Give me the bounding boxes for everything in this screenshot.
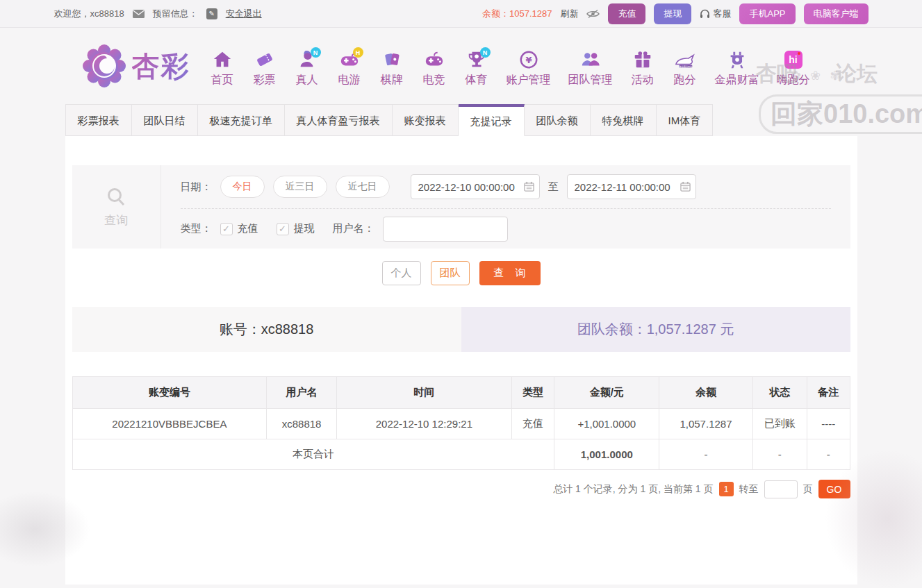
filter-side-label: 查询 [104, 212, 128, 228]
logo-text: 杏彩 [132, 47, 190, 85]
tab-team-balance[interactable]: 团队余额 [525, 104, 591, 136]
search-button[interactable]: 查 询 [479, 261, 541, 285]
type-label: 类型： [181, 222, 212, 235]
logout-link[interactable]: 安全退出 [226, 8, 262, 20]
pc-client-button[interactable]: 电脑客户端 [804, 3, 869, 24]
new-badge: N [311, 47, 321, 58]
account-number: 账号：xc88818 [72, 307, 461, 352]
main-nav: 首页 彩票 N 真人 H 电游 棋牌 电竞 [210, 44, 810, 87]
home-icon [211, 49, 234, 71]
footer-label: 本页合计 [72, 439, 554, 470]
cell-amount: +1,001.0000 [554, 409, 659, 439]
col-remark: 备注 [807, 377, 850, 409]
gift-icon [631, 49, 655, 71]
headset-icon [700, 9, 710, 19]
tab-team-daily[interactable]: 团队日结 [132, 104, 198, 136]
hi-paofen-icon: hi [782, 49, 805, 71]
col-username: 用户名 [267, 377, 337, 409]
golden-ding-icon [725, 49, 749, 71]
cell-balance: 1,057.1287 [659, 409, 752, 439]
records-table: 账变编号 用户名 时间 类型 金额/元 余额 状态 备注 20221210VBB… [72, 376, 850, 470]
mobile-app-button[interactable]: 手机APP [739, 3, 795, 24]
col-type: 类型 [511, 377, 554, 409]
new-badge: N [480, 47, 491, 58]
search-icon [105, 186, 127, 208]
report-tabbar: 彩票报表 团队日结 极速充提订单 真人体育盈亏报表 账变报表 充提记录 团队余额… [65, 104, 857, 136]
nav-item-home[interactable]: 首页 [210, 49, 235, 87]
deposit-button[interactable]: 充值 [608, 3, 645, 24]
nav-item-egames[interactable]: H 电游 [337, 49, 362, 87]
filter-block: 查询 日期： 今日 近三日 近七日 至 [72, 165, 850, 249]
withdraw-button[interactable]: 提现 [654, 3, 691, 24]
current-page-button[interactable]: 1 [719, 482, 734, 496]
preset-3days[interactable]: 近三日 [273, 176, 327, 198]
logo-emblem-icon [82, 44, 126, 88]
table-header-row: 账变编号 用户名 时间 类型 金额/元 余额 状态 备注 [72, 377, 850, 409]
nav-item-lottery[interactable]: 彩票 [252, 49, 277, 87]
deposit-checkbox[interactable]: ✓ 充值 [220, 222, 258, 235]
tab-tetu-chess[interactable]: 特兔棋牌 [591, 104, 657, 136]
nav-item-promo[interactable]: 活动 [630, 49, 655, 87]
col-change-id: 账变编号 [72, 377, 267, 409]
goto-label: 转至 [739, 483, 759, 496]
account-coin-icon: ¥ [517, 49, 541, 71]
refresh-button[interactable]: 刷新 [560, 8, 578, 20]
cell-time: 2022-12-10 12:29:21 [336, 409, 511, 439]
tab-express-orders[interactable]: 极速充提订单 [198, 104, 285, 136]
checkbox-check-icon: ✓ [277, 223, 289, 235]
footer-amount: 1,001.0000 [554, 439, 659, 470]
cell-remark: ---- [807, 409, 850, 439]
col-balance: 余额 [659, 377, 752, 409]
page-unit-label: 页 [803, 483, 813, 496]
username-input[interactable] [383, 217, 508, 242]
team-button[interactable]: 团队 [431, 261, 470, 285]
site-logo[interactable]: 杏彩 [82, 44, 190, 88]
site-header: 杏彩 首页 彩票 N 真人 H 电游 棋牌 [0, 28, 922, 104]
lottery-ticket-icon [253, 49, 277, 71]
personal-button[interactable]: 个人 [382, 261, 421, 285]
balance-text: 余额：1057.1287 [482, 8, 552, 20]
date-to-input[interactable] [567, 174, 696, 199]
tab-account-change[interactable]: 账变报表 [393, 104, 459, 136]
nav-item-team[interactable]: 团队管理 [568, 49, 613, 87]
hot-badge: H [353, 47, 363, 58]
customer-service-link[interactable]: 客服 [700, 8, 731, 20]
team-people-icon [579, 49, 602, 71]
nav-item-esports[interactable]: 电竞 [422, 49, 447, 87]
date-label: 日期： [181, 180, 212, 194]
nav-item-live[interactable]: N 真人 [295, 49, 320, 87]
go-button[interactable]: GO [818, 480, 850, 498]
col-status: 状态 [752, 377, 807, 409]
table-row: 20221210VBBBEJCBEA xc88818 2022-12-10 12… [72, 409, 850, 439]
calendar-icon[interactable] [524, 181, 534, 192]
tab-deposit-withdraw-records[interactable]: 充提记录 [459, 104, 525, 136]
topbar: 欢迎您，xc88818 预留信息： ✎ 安全退出 余额：1057.1287 刷新… [0, 0, 922, 28]
calendar-icon[interactable] [680, 181, 691, 192]
reserved-info-label: 预留信息： [153, 8, 198, 20]
team-balance: 团队余额：1,057.1287 元 [461, 307, 850, 352]
paofen-rhino-icon: 专业跑分平台 [673, 49, 697, 71]
nav-item-sports[interactable]: N 体育 [464, 49, 489, 87]
preset-today[interactable]: 今日 [220, 176, 265, 198]
col-time: 时间 [336, 377, 511, 409]
tab-lottery-report[interactable]: 彩票报表 [65, 104, 132, 136]
eye-off-icon[interactable] [586, 9, 600, 19]
tab-live-sports-pl[interactable]: 真人体育盈亏报表 [285, 104, 393, 136]
account-summary-band: 账号：xc88818 团队余额：1,057.1287 元 [72, 307, 850, 352]
date-from-input[interactable] [411, 174, 540, 199]
preset-7days[interactable]: 近七日 [336, 176, 390, 198]
tab-im-sports[interactable]: IM体育 [657, 104, 714, 136]
to-label: 至 [548, 180, 559, 194]
watermark-text: 论坛 [836, 60, 878, 88]
pagination: 总计 1 个记录, 分为 1 页, 当前第 1 页 1 转至 页 GO [72, 480, 850, 498]
nav-item-paofen[interactable]: 专业跑分平台 跑分 [673, 49, 698, 87]
goto-page-input[interactable] [764, 480, 798, 498]
nav-item-account[interactable]: ¥ 账户管理 [507, 49, 551, 87]
edit-icon[interactable]: ✎ [206, 8, 217, 19]
nav-item-chess[interactable]: 棋牌 [379, 49, 404, 87]
nav-item-hipaofen[interactable]: hi 嗨跑分 [777, 49, 810, 87]
cards-icon [380, 49, 404, 71]
withdraw-checkbox[interactable]: ✓ 提现 [277, 222, 315, 235]
svg-text:专业跑分平台: 专业跑分平台 [679, 65, 692, 68]
nav-item-jinding[interactable]: 金鼎财富 [715, 49, 759, 87]
